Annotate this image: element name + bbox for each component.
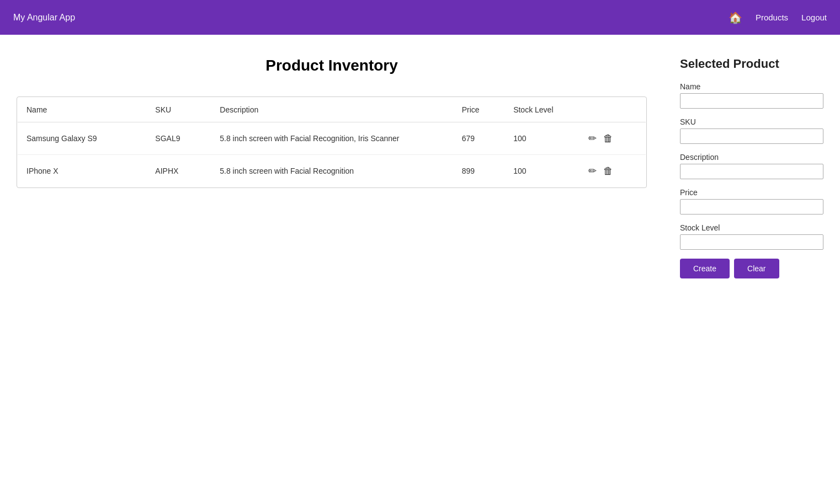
create-button[interactable]: Create bbox=[680, 259, 730, 278]
left-panel: Product Inventory Name SKU Description P… bbox=[17, 57, 647, 278]
price-group: Price bbox=[680, 188, 823, 215]
name-label: Name bbox=[680, 82, 823, 91]
table-wrapper: Name SKU Description Price Stock Level S… bbox=[17, 96, 647, 188]
stock-label: Stock Level bbox=[680, 223, 823, 232]
delete-button-0[interactable]: 🗑 bbox=[601, 131, 615, 147]
form-buttons: Create Clear bbox=[680, 259, 823, 278]
home-icon[interactable]: 🏠 bbox=[729, 11, 742, 24]
cell-sku: AIPHX bbox=[146, 155, 211, 187]
selected-product-title: Selected Product bbox=[680, 57, 823, 71]
description-label: Description bbox=[680, 153, 823, 162]
edit-button-0[interactable]: ✏ bbox=[586, 130, 599, 147]
col-header-price: Price bbox=[453, 98, 504, 122]
main-content: Product Inventory Name SKU Description P… bbox=[0, 35, 840, 295]
navbar: My Angular App 🏠 Products Logout bbox=[0, 0, 840, 35]
cell-actions: ✏ 🗑 bbox=[577, 155, 646, 187]
cell-price: 679 bbox=[453, 122, 504, 155]
table-row: Samsung Galaxy S9 SGAL9 5.8 inch screen … bbox=[18, 122, 646, 155]
col-header-stock: Stock Level bbox=[504, 98, 577, 122]
col-header-actions bbox=[577, 98, 646, 122]
cell-name: Samsung Galaxy S9 bbox=[18, 122, 147, 155]
stock-input[interactable] bbox=[680, 234, 823, 250]
cell-stock: 100 bbox=[504, 122, 577, 155]
product-table: Name SKU Description Price Stock Level S… bbox=[17, 97, 646, 187]
edit-button-1[interactable]: ✏ bbox=[586, 163, 599, 179]
page-title: Product Inventory bbox=[17, 57, 647, 74]
col-header-description: Description bbox=[211, 98, 453, 122]
right-panel: Selected Product Name SKU Description Pr… bbox=[669, 57, 823, 278]
col-header-sku: SKU bbox=[146, 98, 211, 122]
name-group: Name bbox=[680, 82, 823, 109]
navbar-brand: My Angular App bbox=[13, 13, 75, 23]
cell-price: 899 bbox=[453, 155, 504, 187]
price-label: Price bbox=[680, 188, 823, 197]
navbar-right: 🏠 Products Logout bbox=[729, 11, 827, 24]
description-input[interactable] bbox=[680, 164, 823, 179]
table-body: Samsung Galaxy S9 SGAL9 5.8 inch screen … bbox=[18, 122, 646, 187]
cell-stock: 100 bbox=[504, 155, 577, 187]
cell-description: 5.8 inch screen with Facial Recognition bbox=[211, 155, 453, 187]
sku-group: SKU bbox=[680, 117, 823, 144]
table-row: IPhone X AIPHX 5.8 inch screen with Faci… bbox=[18, 155, 646, 187]
col-header-name: Name bbox=[18, 98, 147, 122]
cell-description: 5.8 inch screen with Facial Recognition,… bbox=[211, 122, 453, 155]
delete-button-1[interactable]: 🗑 bbox=[601, 163, 615, 179]
sku-input[interactable] bbox=[680, 128, 823, 144]
price-input[interactable] bbox=[680, 199, 823, 215]
cell-sku: SGAL9 bbox=[146, 122, 211, 155]
products-link[interactable]: Products bbox=[756, 13, 788, 22]
table-header: Name SKU Description Price Stock Level bbox=[18, 98, 646, 122]
clear-button[interactable]: Clear bbox=[734, 259, 779, 278]
stock-group: Stock Level bbox=[680, 223, 823, 250]
name-input[interactable] bbox=[680, 93, 823, 109]
sku-label: SKU bbox=[680, 117, 823, 126]
description-group: Description bbox=[680, 153, 823, 179]
cell-actions: ✏ 🗑 bbox=[577, 122, 646, 155]
cell-name: IPhone X bbox=[18, 155, 147, 187]
logout-link[interactable]: Logout bbox=[801, 13, 827, 22]
